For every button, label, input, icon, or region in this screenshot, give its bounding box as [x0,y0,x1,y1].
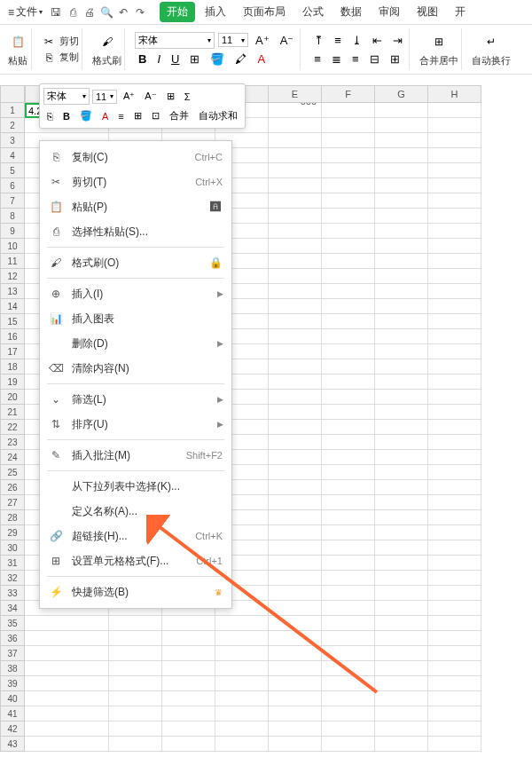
cell[interactable] [375,239,428,254]
row-header[interactable]: 10 [0,239,25,254]
cell[interactable] [375,269,428,284]
cell[interactable] [428,646,481,661]
indent-right-icon[interactable]: ⇥ [389,32,406,49]
cell[interactable] [322,435,375,450]
cell[interactable] [162,646,215,661]
cell[interactable] [375,405,428,420]
cell[interactable] [269,299,322,314]
cell[interactable] [322,556,375,571]
cell[interactable] [162,661,215,676]
cell[interactable] [375,510,428,525]
row-header[interactable]: 16 [0,329,25,344]
mini-increase-font-icon[interactable]: A⁺ [120,89,138,104]
cell[interactable] [109,722,162,737]
cell[interactable] [25,616,109,631]
mini-fontcolor-button[interactable]: A [98,109,112,123]
cell[interactable] [322,722,375,737]
cell[interactable] [375,646,428,661]
cell[interactable] [215,737,269,752]
cell[interactable] [375,435,428,450]
ctx-insert-chart[interactable]: 📊插入图表 [40,306,231,331]
cell[interactable] [428,495,481,510]
cell[interactable] [109,616,162,631]
tab-layout[interactable]: 页面布局 [236,2,293,22]
col-header[interactable]: F [322,85,375,103]
ctx-paste-special[interactable]: ⎙选择性粘贴(S)... [40,219,231,244]
mini-bold-button[interactable]: B [59,109,74,123]
cell[interactable] [269,586,322,601]
ctx-hyperlink[interactable]: 🔗超链接(H)...Ctrl+K [40,524,231,548]
cell[interactable] [269,118,322,133]
row-header[interactable]: 17 [0,344,25,359]
cell[interactable] [322,525,375,540]
cell[interactable] [375,375,428,390]
format-painter-icon[interactable]: 🖌 [97,31,118,52]
ctx-quick-filter[interactable]: ⚡快捷筛选(B)♛ [40,580,231,604]
cell[interactable] [428,510,481,525]
cell[interactable] [428,359,481,375]
cell[interactable] [428,209,481,224]
cell[interactable] [322,540,375,556]
cell[interactable] [109,737,162,752]
tab-insert[interactable]: 插入 [198,2,233,22]
cell[interactable] [428,556,481,571]
cell[interactable] [269,375,322,390]
cell[interactable] [269,133,322,148]
cell[interactable] [375,450,428,465]
cell[interactable] [322,254,375,269]
cell[interactable] [269,556,322,571]
align-bottom-icon[interactable]: ⤓ [348,32,365,49]
cell[interactable] [375,299,428,314]
align-right-icon[interactable]: ≡ [348,51,363,67]
cell[interactable] [375,465,428,480]
cell[interactable] [375,722,428,737]
cell[interactable] [269,314,322,329]
cell[interactable] [322,616,375,631]
cell[interactable] [269,601,322,616]
cell[interactable] [162,706,215,722]
cell[interactable] [269,465,322,480]
cell[interactable] [428,178,481,193]
row-header[interactable]: 6 [0,178,25,193]
ctx-insert[interactable]: ⊕插入(I)▶ [40,281,231,306]
ctx-sort[interactable]: ⇅排序(U)▶ [40,412,231,437]
cell[interactable] [375,706,428,722]
mini-merge-icon[interactable]: ⊞ [163,89,178,104]
cell[interactable] [269,103,322,118]
cell[interactable] [322,133,375,148]
cell[interactable] [428,390,481,405]
cell[interactable] [269,510,322,525]
cell[interactable] [269,450,322,465]
row-header[interactable]: 1 [0,103,25,118]
row-header[interactable]: 33 [0,586,25,601]
row-header[interactable]: 21 [0,405,25,420]
cell[interactable] [322,269,375,284]
mini-border-button[interactable]: ⊞ [130,108,145,123]
cell[interactable] [269,661,322,676]
cell[interactable] [322,495,375,510]
cell[interactable] [269,405,322,420]
cell[interactable] [322,390,375,405]
cell[interactable] [428,601,481,616]
cell[interactable] [269,178,322,193]
merge-icon[interactable]: ⊞ [428,31,450,52]
cell[interactable] [375,616,428,631]
cell[interactable] [25,661,109,676]
cell[interactable] [428,586,481,601]
cell[interactable] [322,299,375,314]
mini-fill-button[interactable]: 🪣 [76,108,96,123]
cell[interactable] [375,661,428,676]
cell[interactable] [322,148,375,163]
select-all-corner[interactable] [0,85,25,103]
cell[interactable] [109,676,162,691]
cell[interactable] [375,390,428,405]
cell[interactable] [375,103,428,118]
cell[interactable] [375,737,428,752]
cell[interactable] [322,631,375,646]
cell[interactable] [375,344,428,359]
row-header[interactable]: 26 [0,480,25,495]
cell[interactable] [269,359,322,375]
row-header[interactable]: 35 [0,616,25,631]
row-header[interactable]: 32 [0,571,25,586]
cell[interactable] [215,616,269,631]
